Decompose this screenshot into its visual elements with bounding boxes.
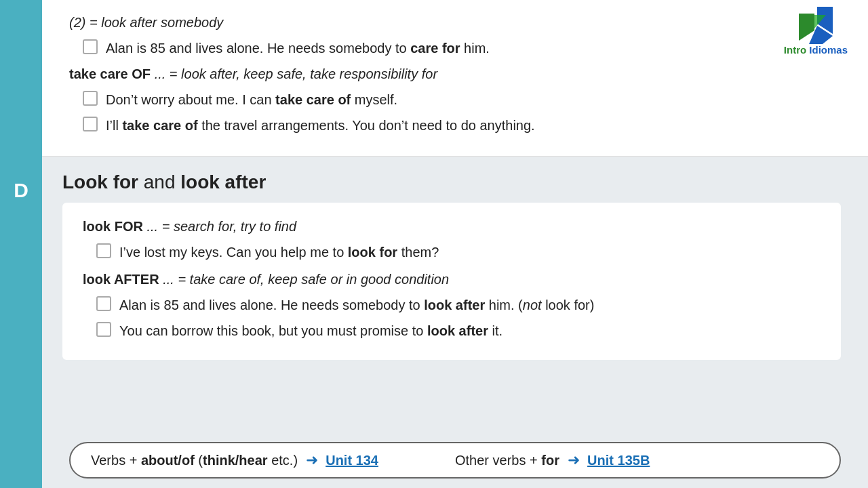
bottom-left-mid: ( (195, 453, 203, 468)
care-for-text-start: Alan is 85 and lives alone. He needs som… (106, 41, 410, 56)
example-item-book: You can borrow this book, but you must p… (96, 321, 821, 341)
example-item-travel: I’ll take care of the travel arrangement… (83, 115, 841, 136)
myself-end: myself. (351, 92, 397, 107)
bottom-left-bold: about/of (141, 453, 195, 468)
alan-mid: him. ( (485, 298, 523, 312)
look-after-label: look AFTER (83, 272, 159, 287)
keys-start: I’ve lost my keys. Can you help me to (119, 245, 348, 260)
example-item-alan: Alan is 85 and lives alone. He needs som… (96, 295, 821, 315)
section-d-white-card: look FOR ... = search for, try to find I… (62, 203, 841, 360)
travel-start: I’ll (106, 118, 122, 133)
look-after-title: look after (180, 171, 266, 192)
example-item-care-for: Alan is 85 and lives alone. He needs som… (83, 38, 841, 58)
travel-end: the travel arrangements. You don’t need … (198, 118, 535, 133)
care-for-text-end: him. (460, 41, 490, 56)
example-text-book: You can borrow this book, but you must p… (119, 321, 502, 341)
alan-italic: not (523, 298, 542, 312)
example-item-myself: Don’t worry about me. I can take care of… (83, 89, 841, 110)
arrow-unit135b: ➜ (568, 451, 580, 468)
section-d-area: Look for and look after look FOR ... = s… (42, 157, 868, 367)
take-care-of-line: take care OF ... = look after, keep safe… (69, 64, 841, 84)
bottom-left-text: Verbs + (91, 453, 141, 468)
point2-label: (2) = look after somebody (69, 15, 223, 30)
myself-start: Don’t worry about me. I can (106, 92, 275, 107)
top-card: Intro Idiomas (2) = look after somebody … (42, 0, 868, 157)
alan-bold: look after (424, 298, 485, 312)
bottom-right: Other verbs + for ➜ Unit 135B (455, 451, 819, 469)
look-for-def: ... = search for, try to find (143, 219, 296, 234)
section-d-label: D (14, 179, 28, 202)
example-text-care-for: Alan is 85 and lives alone. He needs som… (106, 38, 490, 58)
look-for-title: Look for (62, 171, 138, 192)
keys-bold: look for (348, 245, 397, 260)
look-after-line: look AFTER ... = take care of, keep safe… (83, 269, 821, 289)
main-content: Intro Idiomas (2) = look after somebody … (42, 0, 868, 488)
bottom-box: Verbs + about/of (think/hear etc.) ➜ Uni… (69, 442, 841, 479)
bottom-left: Verbs + about/of (think/hear etc.) ➜ Uni… (91, 451, 455, 469)
arrow-unit134: ➜ (306, 451, 318, 468)
take-care-of-label: take care OF (69, 66, 151, 81)
left-sidebar: D (0, 0, 42, 488)
svg-marker-0 (799, 14, 814, 41)
unit-135b-link[interactable]: Unit 135B (587, 453, 650, 468)
take-care-of-def: ... = look after, keep safe, take respon… (151, 66, 437, 81)
example-text-alan: Alan is 85 and lives alone. He needs som… (119, 295, 594, 315)
example-item-keys: I’ve lost my keys. Can you help me to lo… (96, 242, 821, 262)
myself-bold: take care of (275, 92, 351, 107)
look-for-line: look FOR ... = search for, try to find (83, 216, 821, 237)
checkbox-travel[interactable] (83, 117, 98, 131)
example-text-keys: I’ve lost my keys. Can you help me to lo… (119, 242, 439, 262)
look-after-def: ... = take care of, keep safe or in good… (159, 272, 450, 287)
keys-end: them? (397, 245, 439, 260)
example-text-travel: I’ll take care of the travel arrangement… (106, 115, 535, 136)
bottom-right-bold: for (541, 453, 559, 468)
section-d-title: Look for and look after (62, 171, 841, 193)
book-end: it. (488, 323, 502, 338)
logo-intro: Intro (784, 44, 810, 56)
section-d-badge: D (0, 169, 42, 211)
checkbox-book[interactable] (96, 322, 111, 337)
logo-text: Intro Idiomas (784, 44, 848, 56)
look-for-label: look FOR (83, 219, 143, 234)
bottom-left-bold2: think/hear (203, 453, 268, 468)
checkbox-myself[interactable] (83, 91, 98, 106)
logo-icon (795, 7, 836, 44)
book-start: You can borrow this book, but you must p… (119, 323, 427, 338)
logo-idiomas: Idiomas (809, 44, 848, 56)
example-text-myself: Don’t worry about me. I can take care of… (106, 89, 397, 110)
bottom-right-text: Other verbs + (455, 453, 541, 468)
book-bold: look after (427, 323, 488, 338)
bottom-bar: Verbs + about/of (think/hear etc.) ➜ Uni… (42, 432, 868, 488)
alan-end: look for) (542, 298, 595, 312)
checkbox-care-for[interactable] (83, 39, 98, 54)
point2-line: (2) = look after somebody (69, 12, 841, 33)
travel-bold: take care of (122, 118, 197, 133)
checkbox-alan[interactable] (96, 296, 111, 311)
unit-134-link[interactable]: Unit 134 (326, 453, 378, 468)
bottom-left-mid2: etc.) (268, 453, 302, 468)
checkbox-keys[interactable] (96, 243, 111, 258)
title-connector: and (138, 171, 180, 192)
logo-area: Intro Idiomas (784, 7, 848, 56)
alan-start: Alan is 85 and lives alone. He needs som… (119, 298, 424, 312)
care-for-bold: care for (410, 41, 460, 56)
